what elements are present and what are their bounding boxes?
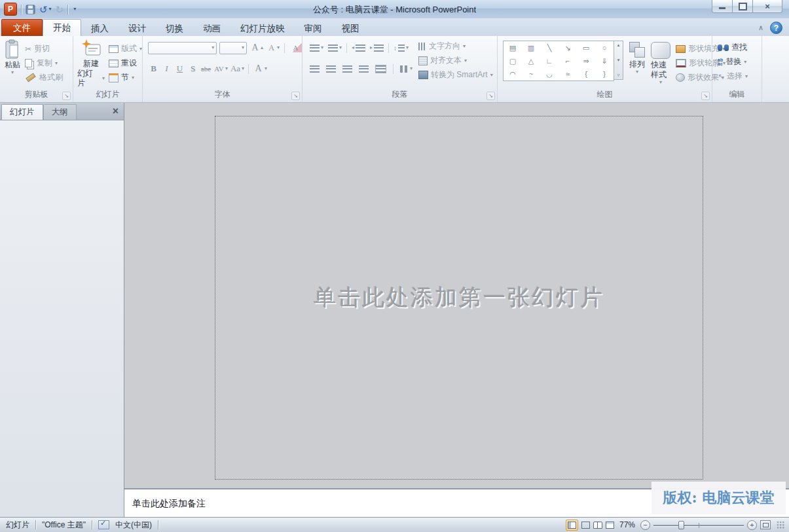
decrease-indent-button[interactable]: ◂ xyxy=(350,44,367,52)
zoom-out-button[interactable]: − xyxy=(640,520,650,530)
align-right-button[interactable] xyxy=(340,65,354,73)
zoom-slider[interactable] xyxy=(653,520,744,530)
section-button[interactable]: 节 ▾ xyxy=(109,72,142,83)
underline-button[interactable]: U xyxy=(174,63,185,74)
tab-home[interactable]: 开始 xyxy=(43,19,81,36)
customize-qat-button[interactable]: ▾ xyxy=(72,7,76,12)
spellcheck-icon[interactable]: ✓ xyxy=(98,520,109,529)
reset-button[interactable]: 重设 xyxy=(109,58,142,69)
minimize-button[interactable] xyxy=(712,0,733,13)
shape-gallery-item[interactable]: { xyxy=(585,71,587,78)
shape-gallery-item[interactable]: ▥ xyxy=(528,44,534,52)
shape-gallery-item[interactable]: ⌐ xyxy=(566,58,570,65)
zoom-in-button[interactable]: + xyxy=(747,520,757,530)
shape-gallery-item[interactable]: ↘ xyxy=(564,44,570,52)
shape-gallery-item[interactable]: ◡ xyxy=(546,71,553,78)
change-case-button[interactable]: Aa ▾ xyxy=(230,63,244,75)
columns-button[interactable]: ▾ xyxy=(398,65,414,73)
italic-button[interactable]: I xyxy=(161,63,172,74)
help-button[interactable]: ? xyxy=(770,22,782,34)
tab-insert[interactable]: 插入 xyxy=(81,21,119,36)
undo-button[interactable]: ↺ ▾ xyxy=(39,5,52,14)
close-button[interactable]: × xyxy=(753,0,782,13)
tab-animations[interactable]: 动画 xyxy=(193,21,230,36)
shapes-gallery-scrollbar[interactable]: ▴ ▾ ▿ xyxy=(614,41,623,80)
drawing-dialog-launcher[interactable]: ↘ xyxy=(701,92,710,100)
shape-gallery-item[interactable]: ╲ xyxy=(547,44,552,52)
numbering-button[interactable]: ▾ xyxy=(326,44,344,52)
shape-gallery-item[interactable]: ▤ xyxy=(509,44,516,52)
layout-button[interactable]: 版式 ▾ xyxy=(109,43,142,54)
zoom-slider-thumb[interactable] xyxy=(678,521,684,529)
slide-sorter-view-button[interactable] xyxy=(581,522,590,529)
justify-button[interactable] xyxy=(357,65,371,73)
tab-slideshow[interactable]: 幻灯片放映 xyxy=(230,21,295,36)
distribute-button[interactable] xyxy=(373,64,388,74)
shape-gallery-item[interactable]: } xyxy=(603,71,606,78)
notes-placeholder-text[interactable]: 单击此处添加备注 xyxy=(132,498,206,510)
increase-indent-button[interactable]: ▸ xyxy=(368,44,386,52)
bullets-button[interactable]: ▾ xyxy=(308,44,325,52)
normal-view-button[interactable] xyxy=(566,520,578,531)
shape-gallery-item[interactable]: ⇒ xyxy=(583,58,589,65)
tab-view[interactable]: 视图 xyxy=(332,21,369,36)
tab-design[interactable]: 设计 xyxy=(119,21,156,36)
shape-gallery-item[interactable]: ⇓ xyxy=(601,58,607,65)
text-shadow-button[interactable]: S xyxy=(187,63,198,74)
find-button[interactable]: 查找 xyxy=(718,42,761,53)
undo-dropdown-icon[interactable]: ▾ xyxy=(49,7,52,12)
resize-grip[interactable] xyxy=(777,521,785,529)
shape-gallery-item[interactable]: ▢ xyxy=(509,58,516,65)
bold-button[interactable]: B xyxy=(148,63,159,74)
select-button[interactable]: ↖ 选择 ▾ xyxy=(718,71,761,82)
restore-button[interactable] xyxy=(733,0,753,13)
pane-tab-slides[interactable]: 幻灯片 xyxy=(1,104,43,120)
shape-gallery-item[interactable]: △ xyxy=(528,58,534,65)
cut-button[interactable]: ✂ 剪切 xyxy=(25,43,63,54)
pane-tab-outline[interactable]: 大纲 xyxy=(43,104,77,120)
tab-review[interactable]: 审阅 xyxy=(295,21,332,36)
shape-gallery-item[interactable]: ○ xyxy=(602,44,607,52)
shape-gallery-item[interactable]: ~ xyxy=(529,71,533,78)
status-slide-label[interactable]: 幻灯片 xyxy=(0,520,35,531)
slide-placeholder[interactable]: 单击此处添加第一张幻灯片 xyxy=(215,116,703,480)
fit-to-window-button[interactable] xyxy=(760,520,771,529)
shape-gallery-item[interactable]: ∟ xyxy=(546,58,553,65)
pane-close-button[interactable]: × xyxy=(113,106,119,116)
strikethrough-button[interactable]: abe xyxy=(200,65,211,73)
app-icon[interactable]: P xyxy=(4,3,17,16)
zoom-level-label[interactable]: 77% xyxy=(617,520,637,529)
text-direction-button[interactable]: 文字方向 ▾ xyxy=(418,41,493,52)
convert-smartart-button[interactable]: 转换为 SmartArt ▾ xyxy=(418,69,493,80)
save-button[interactable] xyxy=(26,5,35,14)
reading-view-button[interactable] xyxy=(593,522,602,529)
shape-gallery-item[interactable]: ≈ xyxy=(566,71,570,78)
scroll-down-icon[interactable]: ▾ xyxy=(617,58,620,63)
font-color-button[interactable]: A ▾ xyxy=(253,63,267,75)
scroll-up-icon[interactable]: ▴ xyxy=(617,43,620,48)
align-text-button[interactable]: 对齐文本 ▾ xyxy=(418,55,493,66)
clear-formatting-button[interactable]: A xyxy=(289,43,302,54)
shape-gallery-item[interactable]: ▭ xyxy=(583,44,589,52)
line-spacing-button[interactable]: ↕▾ xyxy=(392,44,411,52)
font-dialog-launcher[interactable]: ↘ xyxy=(291,92,300,100)
font-size-combobox[interactable]: ▾ xyxy=(219,42,247,54)
redo-button[interactable]: ↻ xyxy=(56,5,64,14)
replace-button[interactable]: ab ac 替换 ▾ xyxy=(718,56,761,67)
status-theme-label[interactable]: "Office 主题" xyxy=(36,520,92,531)
align-left-button[interactable] xyxy=(308,65,321,73)
gallery-more-icon[interactable]: ▿ xyxy=(617,73,620,78)
shrink-font-button[interactable]: A ▾ xyxy=(266,43,280,54)
shape-gallery-item[interactable]: ◠ xyxy=(509,71,516,78)
tab-file[interactable]: 文件 xyxy=(1,19,43,36)
copy-button[interactable]: 复制 ▾ xyxy=(25,58,63,69)
paste-dropdown-icon[interactable]: ▾ xyxy=(11,70,14,75)
character-spacing-button[interactable]: AV ▾ xyxy=(213,63,228,75)
slide-placeholder-text[interactable]: 单击此处添加第一张幻灯片 xyxy=(314,283,604,313)
grow-font-button[interactable]: A ▴ xyxy=(249,43,263,54)
tab-transitions[interactable]: 切换 xyxy=(156,21,193,36)
align-center-button[interactable] xyxy=(324,65,338,73)
collapse-ribbon-icon[interactable]: ∧ xyxy=(758,24,763,31)
font-name-combobox[interactable]: ▾ xyxy=(148,42,217,54)
paragraph-dialog-launcher[interactable]: ↘ xyxy=(486,92,495,100)
